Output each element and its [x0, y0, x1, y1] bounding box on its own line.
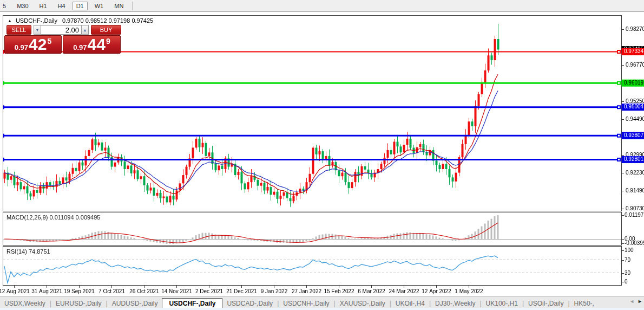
timeframe-h4[interactable]: H4	[54, 2, 69, 10]
tab-scroll-left-icon[interactable]: ◄	[629, 299, 634, 304]
timeframe-mn[interactable]: MN	[110, 2, 127, 10]
volume-increase-button[interactable]: ▲	[81, 25, 89, 35]
tab-xauusd-daily[interactable]: XAUUSD-,Daily	[336, 299, 390, 308]
timeframe-h1[interactable]: H1	[36, 2, 51, 10]
rsi-indicator-label: RSI(14) 74.8751	[6, 248, 50, 255]
chart-ohlc-values: 0.97870 0.98512 0.97198 0.97425	[62, 17, 153, 24]
sell-button[interactable]: SELL	[6, 25, 31, 35]
chart-symbol-label: USDCHF-,Daily	[16, 17, 57, 24]
timeframe-toolbar: 5 M30 H1 H4 D1 W1 MN	[0, 0, 644, 12]
sell-price-pip: 5	[47, 37, 51, 46]
tab-uk100-h1[interactable]: UK100-,H1	[482, 299, 522, 308]
chart-tabs-bar: USDX,Weekly | EURUSD-,Daily | AUDUSD-,Da…	[0, 296, 644, 310]
toolbar-separator	[132, 2, 133, 10]
tab-usdcad-daily[interactable]: USDCAD-,Daily	[222, 299, 277, 308]
trade-prices-row: 0.97 42 5 0.97 44 9	[4, 35, 121, 54]
tab-usdcnh-daily[interactable]: USDCNH-,Daily	[279, 299, 333, 308]
collapse-triangle-icon[interactable]: ▲	[8, 18, 12, 23]
trading-app-window: 5 M30 H1 H4 D1 W1 MN ▲ USDCHF-,Daily 0.9…	[0, 0, 644, 310]
timeframe-w1[interactable]: W1	[91, 2, 108, 10]
buy-price-prefix: 0.97	[73, 43, 87, 51]
macd-indicator-label: MACD(12,26,9) 0.011094 0.009495	[6, 214, 100, 221]
volume-decrease-button[interactable]: ▼	[34, 25, 41, 35]
timeframe-d1[interactable]: D1	[73, 2, 88, 10]
tab-scroll-right-icon[interactable]: ►	[638, 299, 642, 304]
tab-usdx-weekly[interactable]: USDX,Weekly	[0, 299, 50, 308]
buy-price-box[interactable]: 0.97 44 9	[63, 35, 121, 54]
tab-usdchf-daily[interactable]: USDCHF-,Daily	[162, 298, 222, 309]
chart-title: ▲ USDCHF-,Daily 0.97870 0.98512 0.97198 …	[8, 17, 153, 24]
sell-price-prefix: 0.97	[15, 43, 28, 51]
one-click-trading-panel: SELL ▼ ▲ BUY 0.97 42 5 0.97 44 9	[4, 25, 121, 54]
spin-up-icon: ▲	[83, 28, 87, 32]
sell-price-box[interactable]: 0.97 42 5	[4, 35, 62, 54]
volume-input[interactable]	[41, 25, 81, 35]
tab-audusd-daily[interactable]: AUDUSD-,Daily	[108, 299, 162, 308]
buy-button[interactable]: BUY	[91, 25, 121, 35]
buy-price-pip: 9	[106, 37, 110, 46]
timeframe-m30[interactable]: M30	[13, 2, 32, 10]
tab-ukoil-h4[interactable]: UKOil-,H4	[391, 299, 429, 308]
trade-controls-row: SELL ▼ ▲ BUY	[4, 25, 121, 35]
tab-usoil-daily[interactable]: USOil-,Daily	[524, 299, 568, 308]
tab-scroll-controls: ◄ ►	[627, 299, 642, 304]
buy-price-main: 44	[88, 36, 106, 53]
sell-price-main: 42	[29, 36, 47, 53]
timeframe-m5[interactable]: 5	[0, 2, 10, 10]
spin-down-icon: ▼	[36, 28, 40, 32]
tab-dj30-weekly[interactable]: DJ30-,Weekly	[431, 299, 479, 308]
tab-eurusd-daily[interactable]: EURUSD-,Daily	[51, 299, 106, 308]
tab-hk50[interactable]: HK50-,	[570, 299, 599, 308]
